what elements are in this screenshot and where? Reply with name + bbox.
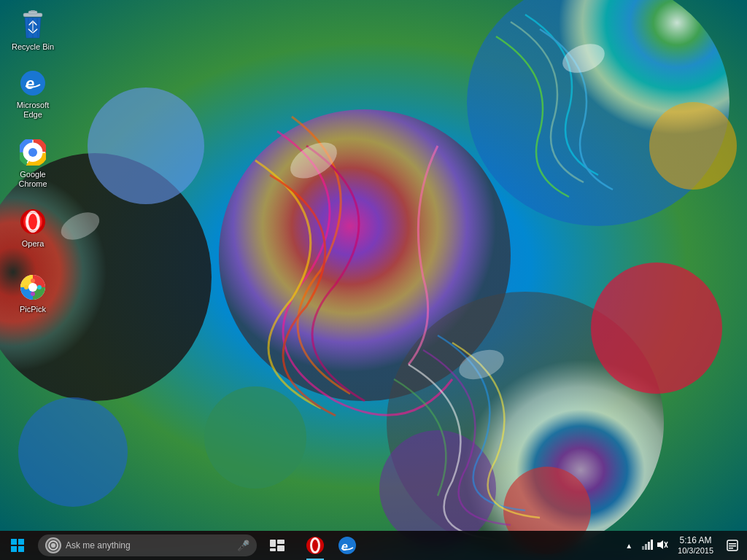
chrome-image [18,138,47,167]
picpick-icon[interactable]: PicPick [7,270,58,317]
svg-point-41 [51,543,55,548]
svg-point-36 [31,279,35,283]
svg-point-13 [559,39,609,78]
task-view-button[interactable] [261,531,293,560]
search-placeholder: Ask me anything [66,540,234,551]
svg-point-15 [455,344,508,385]
svg-point-7 [204,386,306,489]
start-button[interactable] [0,531,35,560]
svg-point-39 [24,285,28,289]
svg-point-26 [28,148,37,157]
svg-point-6 [591,262,722,394]
opera-label: Opera [22,239,44,249]
tray-expand-button[interactable]: ▲ [621,542,640,550]
svg-rect-44 [277,545,285,551]
recycle-bin-icon[interactable]: Recycle Bin [7,7,58,55]
picpick-label: PicPick [20,305,46,314]
system-tray: ▲ 5:16 AM [621,531,747,560]
svg-rect-51 [645,544,647,550]
svg-point-35 [28,283,37,292]
clock-area[interactable]: 5:16 AM 10/3/2015 [670,531,721,560]
svg-point-1 [219,109,511,401]
recycle-bin-label: Recycle Bin [12,42,54,52]
svg-rect-59 [729,548,733,549]
clock-time: 5:16 AM [680,536,712,545]
svg-point-9 [649,102,737,190]
svg-rect-57 [729,543,736,545]
svg-rect-43 [277,540,285,544]
svg-rect-18 [31,10,35,12]
svg-point-8 [379,430,496,547]
chevron-up-icon: ▲ [625,542,632,550]
opera-desktop-icon[interactable]: Opera [7,204,58,252]
network-icon[interactable] [641,540,653,552]
svg-rect-42 [270,540,276,547]
svg-point-10 [18,397,128,507]
svg-point-38 [31,292,35,296]
svg-rect-50 [642,546,644,550]
edge-label: Microsoft Edge [10,101,55,120]
svg-text:e: e [341,540,348,553]
cortana-icon [45,537,61,553]
svg-rect-0 [0,0,747,531]
clock-date: 10/3/2015 [678,546,713,555]
svg-rect-45 [270,548,276,551]
action-center-button[interactable] [721,531,744,560]
microphone-icon[interactable]: 🎤 [237,540,249,551]
chrome-label: Google Chrome [10,170,55,189]
edge-image: e [18,69,47,98]
taskbar-apps: e [299,531,363,560]
opera-image [18,207,47,236]
windows-logo [11,539,24,552]
svg-point-2 [467,0,729,226]
desktop: Recycle Bin e Microsoft Edge [0,0,747,560]
taskbar: Ask me anything 🎤 [0,531,747,560]
edge-taskbar-button[interactable]: e [331,531,363,560]
recycle-bin-image [18,10,47,39]
svg-point-5 [88,88,204,204]
svg-rect-53 [651,540,653,550]
google-chrome-icon[interactable]: Google Chrome [7,135,58,192]
svg-text:e: e [26,74,34,93]
svg-point-14 [57,207,104,246]
svg-point-4 [387,292,664,554]
search-bar[interactable]: Ask me anything 🎤 [38,534,257,556]
svg-point-37 [37,285,42,289]
microsoft-edge-icon[interactable]: e Microsoft Edge [7,66,58,122]
picpick-image [18,273,47,302]
opera-taskbar-button[interactable] [299,531,331,560]
volume-icon[interactable] [656,540,669,552]
svg-point-12 [285,135,344,186]
svg-rect-58 [729,545,736,547]
svg-rect-52 [648,542,650,550]
